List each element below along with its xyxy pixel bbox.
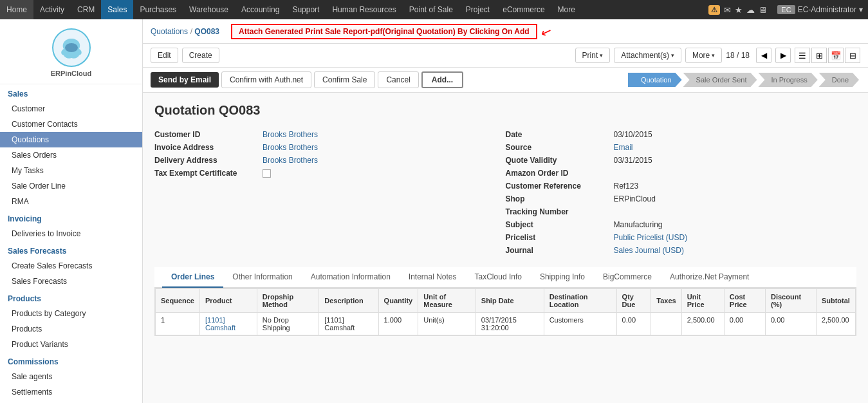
edit-button[interactable]: Edit	[151, 48, 178, 63]
col-ship-date: Ship Date	[476, 289, 544, 313]
status-in-progress[interactable]: In Progress	[758, 73, 817, 87]
sidebar-item-product-variants[interactable]: Product Variants	[0, 337, 142, 352]
cell-description: [1101] Camshaft	[319, 313, 378, 335]
label-customer-ref: Customer Reference	[506, 182, 609, 191]
nav-project[interactable]: Project	[459, 0, 496, 19]
value-quote-validity: 03/31/2015	[614, 156, 652, 165]
graph-view-button[interactable]: ⊟	[845, 48, 860, 63]
nav-crm[interactable]: CRM	[71, 0, 101, 19]
value-date: 03/10/2015	[614, 130, 652, 139]
sidebar-item-sales-forecasts[interactable]: Sales Forecasts	[0, 274, 142, 289]
tabs: Order Lines Other Information Automation…	[154, 267, 856, 288]
attachments-label: Attachment(s)	[621, 51, 669, 60]
value-journal[interactable]: Sales Journal (USD)	[614, 246, 684, 255]
label-amazon-order: Amazon Order ID	[506, 169, 609, 178]
nav-purchases[interactable]: Purchases	[133, 0, 183, 19]
tab-taxcloud[interactable]: TaxCloud Info	[466, 267, 531, 288]
attachments-button[interactable]: Attachment(s) ▾	[614, 48, 681, 63]
monitor-icon[interactable]: 🖥	[759, 5, 767, 15]
cell-discount: 0.00	[766, 313, 817, 335]
nav-home[interactable]: Home	[0, 0, 33, 19]
sidebar: ERPinCloud Sales Customer Customer Conta…	[0, 19, 143, 403]
form-row-customer-id: Customer ID Brooks Brothers	[154, 128, 506, 141]
tab-shipping[interactable]: Shipping Info	[531, 267, 594, 288]
sidebar-section-products: Products	[0, 289, 142, 306]
tab-other-info[interactable]: Other Information	[223, 267, 301, 288]
envelope-icon[interactable]: ✉	[724, 5, 731, 15]
user-menu[interactable]: EC EC-Administrator ▾	[772, 5, 868, 14]
tab-authnet[interactable]: Authorize.Net Payment	[661, 267, 758, 288]
label-journal: Journal	[506, 246, 609, 255]
warning-icon[interactable]: ⚠	[708, 5, 720, 15]
sidebar-item-products[interactable]: Products	[0, 321, 142, 337]
order-lines-table-section: Sequence Product Dropship Method Descrip…	[154, 288, 856, 336]
sidebar-item-customer[interactable]: Customer	[0, 101, 142, 117]
pagination-prev-button[interactable]: ◀	[756, 48, 771, 63]
sidebar-item-quotations[interactable]: Quotations	[0, 132, 142, 147]
sidebar-item-create-forecasts[interactable]: Create Sales Forecasts	[0, 258, 142, 274]
col-taxes: Taxes	[651, 289, 681, 313]
value-customer-id[interactable]: Brooks Brothers	[263, 130, 318, 139]
col-qty-due: Qty Due	[616, 289, 651, 313]
nav-pos[interactable]: Point of Sale	[403, 0, 459, 19]
sidebar-item-reports[interactable]: Reports	[0, 400, 142, 403]
breadcrumb-parent[interactable]: Quotations	[151, 27, 188, 36]
nav-sales[interactable]: Sales	[101, 0, 133, 19]
value-invoice-address[interactable]: Brooks Brothers	[263, 143, 318, 152]
value-source[interactable]: Email	[614, 143, 633, 152]
sidebar-item-sale-order-line[interactable]: Sale Order Line	[0, 178, 142, 194]
sidebar-item-my-tasks[interactable]: My Tasks	[0, 163, 142, 178]
tab-automation[interactable]: Automation Information	[302, 267, 400, 288]
col-destination: Destination Location	[544, 289, 616, 313]
value-delivery-address[interactable]: Brooks Brothers	[263, 156, 318, 165]
tab-internal-notes[interactable]: Internal Notes	[400, 267, 466, 288]
cancel-button[interactable]: Cancel	[378, 71, 418, 88]
add-button[interactable]: Add...	[421, 71, 463, 88]
send-email-button[interactable]: Send by Email	[151, 72, 219, 88]
print-button[interactable]: Print ▾	[575, 48, 611, 63]
page-content: Quotation QO083 Customer ID Brooks Broth…	[143, 93, 868, 346]
sidebar-item-rma[interactable]: RMA	[0, 194, 142, 209]
status-quotation[interactable]: Quotation	[628, 73, 682, 87]
status-steps: Quotation Sale Order Sent In Progress Do…	[628, 73, 860, 87]
label-tracking: Tracking Number	[506, 207, 609, 216]
nav-more[interactable]: More	[551, 0, 582, 19]
confirm-auth-button[interactable]: Confirm with Auth.net	[221, 71, 311, 88]
nav-support[interactable]: Support	[286, 0, 326, 19]
sidebar-item-deliveries-invoice[interactable]: Deliveries to Invoice	[0, 226, 142, 241]
top-bar: Quotations / QO083 Attach Generated Prin…	[143, 19, 868, 44]
sidebar-item-settlements[interactable]: Settlements	[0, 384, 142, 400]
nav-ecommerce[interactable]: eCommerce	[496, 0, 551, 19]
label-shop: Shop	[506, 194, 609, 203]
nav-activity[interactable]: Activity	[33, 0, 71, 19]
value-pricelist[interactable]: Public Pricelist (USD)	[614, 233, 688, 242]
sidebar-item-customer-contacts[interactable]: Customer Contacts	[0, 117, 142, 132]
cell-taxes	[651, 313, 681, 335]
value-shop: ERPinCloud	[614, 194, 656, 203]
value-customer-ref: Ref123	[614, 182, 639, 191]
nav-accounting[interactable]: Accounting	[235, 0, 286, 19]
calendar-view-button[interactable]: 📅	[828, 48, 844, 63]
tab-bigcommerce[interactable]: BigCommerce	[594, 267, 661, 288]
table-row[interactable]: 1 [1101] Camshaft No Drop Shipping [1101…	[156, 313, 856, 335]
pagination-next-button[interactable]: ▶	[775, 48, 791, 63]
nav-warehouse[interactable]: Warehouse	[183, 0, 235, 19]
status-done[interactable]: Done	[819, 73, 859, 87]
checkbox-tax-exempt[interactable]	[263, 169, 271, 178]
more-button[interactable]: More ▾	[685, 48, 722, 63]
sidebar-item-sale-agents[interactable]: Sale agents	[0, 369, 142, 384]
create-button[interactable]: Create	[182, 48, 219, 63]
confirm-sale-button[interactable]: Confirm Sale	[314, 71, 375, 88]
list-view-button[interactable]: ☰	[795, 48, 810, 63]
status-sale-order-sent[interactable]: Sale Order Sent	[683, 73, 757, 87]
sidebar-item-products-category[interactable]: Products by Category	[0, 306, 142, 321]
tab-order-lines[interactable]: Order Lines	[162, 267, 223, 288]
more-caret-icon: ▾	[712, 52, 715, 59]
cloud-icon[interactable]: ☁	[746, 5, 755, 15]
nav-hr[interactable]: Human Resources	[326, 0, 402, 19]
sidebar-item-sales-orders[interactable]: Sales Orders	[0, 147, 142, 163]
kanban-view-button[interactable]: ⊞	[811, 48, 827, 63]
cell-product[interactable]: [1101] Camshaft	[199, 313, 257, 335]
star-icon[interactable]: ★	[735, 5, 743, 15]
workflow-bar: Send by Email Confirm with Auth.net Conf…	[143, 68, 868, 93]
